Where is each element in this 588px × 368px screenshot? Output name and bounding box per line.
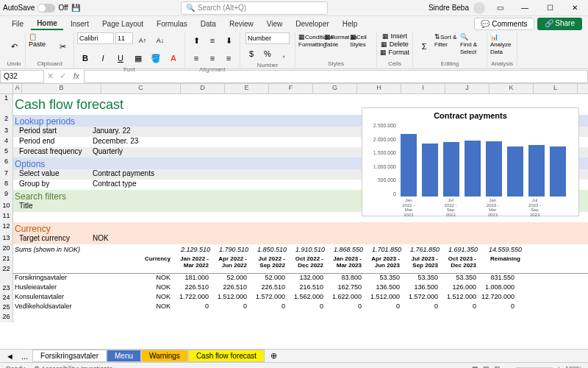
row-21[interactable]: 21 [0,255,13,265]
align-middle-icon[interactable]: ≡ [204,32,220,49]
cell[interactable]: 226.510 [172,283,210,293]
cell[interactable]: 52.000 [210,274,248,283]
undo-icon[interactable]: ↶ [6,38,22,54]
col-g[interactable]: G [313,84,357,93]
sheet-tab-cashflow[interactable]: Cash flow forecast [188,350,265,362]
align-right-icon[interactable]: ≡ [220,50,237,66]
conditional-formatting-button[interactable]: ▦Conditional Formatting [298,33,322,60]
fx-confirm-icon[interactable]: ✓ [57,71,69,81]
row-1[interactable]: 1 [0,94,13,115]
cell[interactable]: 53.350 [440,274,478,283]
col-j[interactable]: J [445,84,490,93]
row-24[interactable]: 24 [0,294,13,303]
row-10[interactable]: 10 [0,202,13,212]
search-input[interactable]: 🔍 Search (Alt+Q) [181,1,328,15]
row-20[interactable]: 20 [0,244,13,255]
row-3[interactable]: 3 [0,127,13,137]
cell[interactable]: 0 [172,302,210,312]
analyze-data-button[interactable]: 📊Analyze Data [490,33,514,60]
row-13[interactable]: 13 [0,234,13,244]
paste-button[interactable]: 📋Paste [29,33,52,60]
cell[interactable]: 136.500 [363,283,401,293]
cell[interactable]: 0 [401,302,440,312]
view-pagelayout-icon[interactable]: ▤ [483,365,490,369]
sheet-tab-menu[interactable]: Menu [107,350,141,362]
tab-nav-more[interactable]: ... [17,352,32,361]
insert-cells-button[interactable]: ▦ Insert [382,32,407,40]
save-icon[interactable]: 💾 [71,4,80,12]
col-b[interactable]: B [22,84,101,93]
tab-file[interactable]: File [6,18,29,29]
comments-button[interactable]: 💬 Comments [474,18,534,30]
groupby-value[interactable]: Contract type [93,180,172,190]
cell[interactable]: 0 [210,302,248,312]
view-normal-icon[interactable]: ▦ [472,365,478,369]
cell[interactable]: 0 [440,302,478,312]
close-button[interactable]: ✕ [564,0,585,16]
status-accessibility[interactable]: ⚙ Accessibility: Investigate [34,365,113,369]
align-bottom-icon[interactable]: ⬇ [220,32,237,49]
cell[interactable]: 0 [287,302,325,312]
align-left-icon[interactable]: ≡ [188,50,204,66]
maximize-button[interactable]: ☐ [539,0,560,16]
cell[interactable]: 0 [325,302,363,312]
find-select-button[interactable]: 🔍Find & Select [460,33,484,60]
align-center-icon[interactable]: ≡ [204,50,220,66]
number-format[interactable]: Number [245,32,290,44]
zoom-level[interactable]: 100% [565,365,582,369]
col-e[interactable]: E [225,84,269,93]
name-box[interactable]: Q32 [0,70,44,83]
cut-icon[interactable]: ✂ [54,38,71,54]
row-26[interactable]: 26 [0,313,13,322]
cell[interactable]: 136.500 [401,283,440,293]
col-c[interactable]: C [101,84,181,93]
cell[interactable]: 1.572.000 [401,293,440,302]
font-color-icon[interactable]: A [165,50,182,66]
cell[interactable]: 1.562.000 [287,293,325,302]
cell[interactable]: 1.622.000 [325,293,363,302]
row-9[interactable]: 9 [0,190,13,202]
cell[interactable]: 0 [248,302,287,312]
autosave-toggle[interactable] [37,4,55,13]
view-pagebreak-icon[interactable]: ▥ [494,365,501,369]
border-icon[interactable]: ▦ [130,50,146,66]
col-i[interactable]: I [401,84,445,93]
ribbon-mode-icon[interactable]: ▭ [490,0,510,16]
row-2[interactable]: 2 [0,115,13,127]
cell[interactable]: 1.512.000 [440,293,478,302]
cell[interactable]: 1.722.000 [172,293,210,302]
col-d[interactable]: D [181,84,225,93]
chart[interactable]: Contract payments 2.500.0002.000.0001.50… [362,107,579,216]
row-25[interactable]: 25 [0,303,13,313]
tab-home[interactable]: Home [31,18,63,30]
delete-cells-button[interactable]: ▦ Delete [381,40,409,48]
tab-review[interactable]: Review [223,18,259,29]
fill-color-icon[interactable]: 🪣 [148,50,164,66]
tab-view[interactable]: View [261,18,289,29]
autosum-icon[interactable]: Σ [416,38,432,54]
sheet-tab-warnings[interactable]: Warnings [141,350,188,362]
row-23[interactable]: 23 [0,284,13,294]
zoom-out-button[interactable]: — [505,365,512,369]
underline-button[interactable]: U [112,50,129,66]
decrease-font-icon[interactable]: A↓ [152,32,168,49]
tab-developer[interactable]: Developer [290,18,335,29]
cell[interactable]: 1.572.000 [248,293,287,302]
tab-nav-prev[interactable]: ◄ [3,352,17,361]
comma-icon[interactable]: , [276,46,292,62]
new-sheet-button[interactable]: ⊕ [265,351,283,361]
col-l[interactable]: L [534,84,578,93]
format-cells-button[interactable]: ▦ Format [380,49,409,56]
cell-styles-button[interactable]: ▦Cell Styles [350,33,373,60]
formula-input[interactable] [84,70,588,83]
tab-formulas[interactable]: Formulas [151,18,193,29]
cell[interactable]: 1.008.000 [478,283,516,293]
row-8[interactable]: 8 [0,180,13,190]
cell[interactable]: 126.000 [440,283,478,293]
cell[interactable]: 831.550 [478,274,516,283]
tab-help[interactable]: Help [337,18,364,29]
tab-pagelayout[interactable]: Page Layout [96,18,149,29]
row-4[interactable]: 4 [0,137,13,147]
col-a[interactable]: A [13,84,22,93]
fx-cancel-icon[interactable]: ✕ [44,71,57,81]
